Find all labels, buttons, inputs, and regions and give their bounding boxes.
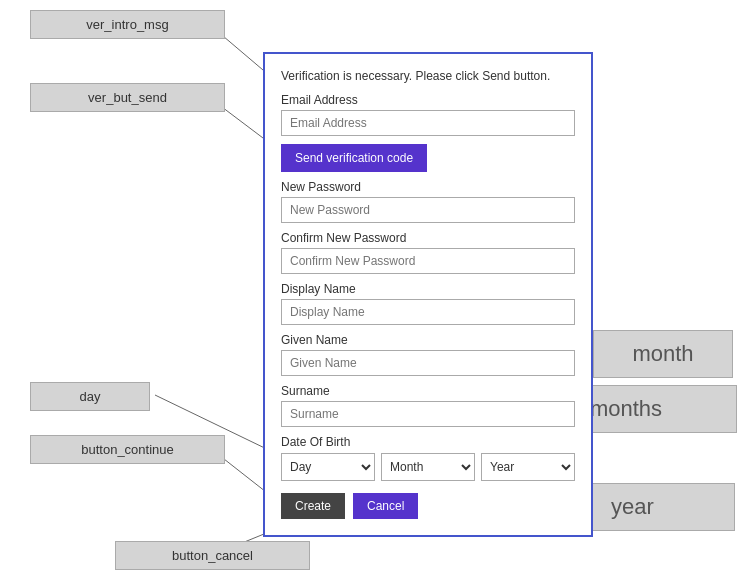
dob-label: Date Of Birth bbox=[281, 435, 575, 449]
ver-but-send-label: ver_but_send bbox=[30, 83, 225, 112]
year-select[interactable]: Year bbox=[481, 453, 575, 481]
button-continue-label: button_continue bbox=[30, 435, 225, 464]
create-button[interactable]: Create bbox=[281, 493, 345, 519]
given-name-input[interactable] bbox=[281, 350, 575, 376]
surname-input[interactable] bbox=[281, 401, 575, 427]
surname-label: Surname bbox=[281, 384, 575, 398]
button-cancel-label: button_cancel bbox=[115, 541, 310, 570]
display-name-label: Display Name bbox=[281, 282, 575, 296]
send-verification-button[interactable]: Send verification code bbox=[281, 144, 427, 172]
new-password-label: New Password bbox=[281, 180, 575, 194]
display-name-input[interactable] bbox=[281, 299, 575, 325]
email-input[interactable] bbox=[281, 110, 575, 136]
confirm-password-input[interactable] bbox=[281, 248, 575, 274]
ver-intro-msg-label: ver_intro_msg bbox=[30, 10, 225, 39]
month-large-label: month bbox=[593, 330, 733, 378]
given-name-label: Given Name bbox=[281, 333, 575, 347]
month-select[interactable]: Month bbox=[381, 453, 475, 481]
action-row: Create Cancel bbox=[281, 493, 575, 519]
confirm-password-label: Confirm New Password bbox=[281, 231, 575, 245]
intro-text: Verification is necessary. Please click … bbox=[281, 68, 575, 85]
new-password-input[interactable] bbox=[281, 197, 575, 223]
cancel-button[interactable]: Cancel bbox=[353, 493, 418, 519]
dob-row: Day Month Year bbox=[281, 453, 575, 481]
day-label: day bbox=[30, 382, 150, 411]
email-label: Email Address bbox=[281, 93, 575, 107]
form-container: Verification is necessary. Please click … bbox=[263, 52, 593, 537]
day-select[interactable]: Day bbox=[281, 453, 375, 481]
